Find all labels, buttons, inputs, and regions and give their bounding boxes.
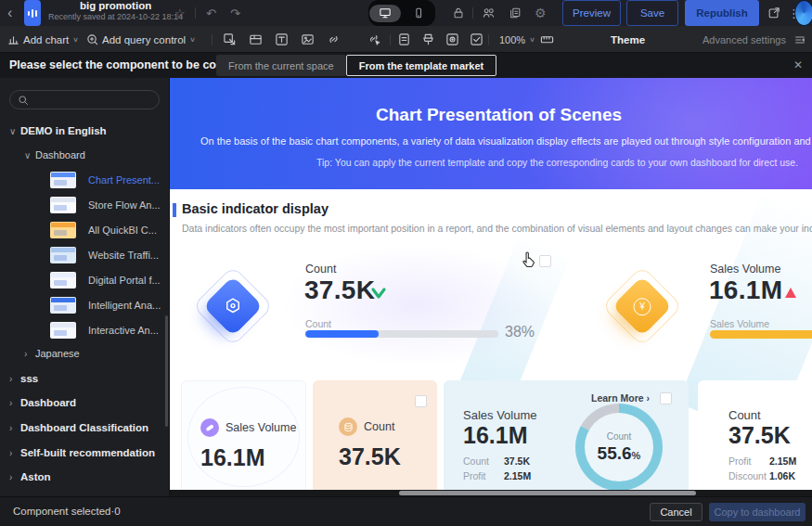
tab-container-icon[interactable] (249, 26, 263, 53)
horizontal-scrollbar[interactable] (170, 490, 812, 496)
add-query-label: Add query control (102, 34, 186, 45)
theme-tab[interactable]: Theme (611, 26, 645, 53)
tree-item-digital-portal[interactable]: Digital Portal f... (0, 271, 169, 289)
horizontal-scrollbar-thumb[interactable] (399, 491, 696, 495)
chevron-down-icon: ∨ (72, 36, 79, 44)
section-title: Basic indicator display (182, 201, 329, 216)
tree-item-interactive-analysis[interactable]: Interactive An... (0, 321, 169, 340)
chevron-right-icon: › (9, 423, 20, 433)
kpi-count-label: Count (305, 263, 336, 276)
tree-node-dashboard[interactable]: ∨ Dashboard (0, 146, 169, 164)
undo-icon[interactable]: ↶ (206, 0, 216, 26)
republish-button[interactable]: Republish (685, 0, 759, 26)
preview-button[interactable]: Preview (562, 0, 621, 26)
modal-title: Please select the component to be copied (9, 58, 240, 71)
tab-template-market[interactable]: From the template market (346, 55, 496, 76)
image-icon[interactable] (301, 26, 315, 53)
clipboard-icon[interactable] (397, 26, 411, 53)
selected-count: Component selected·0 (13, 506, 121, 517)
device-toggle[interactable] (368, 0, 435, 26)
tree-node-aston[interactable]: › Aston (0, 468, 169, 486)
tree-item-label: All QuickBI C... (88, 225, 157, 236)
desktop-icon[interactable] (369, 5, 401, 22)
star-icon[interactable]: ☆ (174, 0, 186, 26)
kpi-count-value: 37.5K (304, 276, 375, 305)
cancel-button[interactable]: Cancel (650, 503, 702, 521)
card-value: 37.5K (728, 422, 796, 449)
tree-item-chart-presentation[interactable]: Chart Present... (0, 171, 169, 189)
link-icon[interactable] (327, 26, 341, 53)
tree-item-website-traffic[interactable]: Website Traffi... (0, 246, 169, 264)
progress-count-label: Count (305, 318, 331, 329)
donut-unit: % (632, 450, 641, 461)
card-title: Count (728, 408, 796, 422)
search-input[interactable] (9, 90, 160, 109)
card-count-checkbox[interactable] (415, 395, 427, 407)
count-progress-percent: 38% (505, 324, 535, 340)
tree-node-self-built[interactable]: › Self-built recommendation (0, 443, 169, 462)
tab-current-space[interactable]: From the current space (216, 55, 346, 76)
watch-preview-icon[interactable] (445, 26, 459, 53)
back-icon[interactable]: ‹ (7, 0, 12, 26)
mobile-icon[interactable] (403, 5, 434, 22)
tree-label: Self-built recommendation (20, 447, 155, 458)
gear-icon[interactable]: ⚙ (535, 0, 547, 26)
tree-node-dashboard-root[interactable]: › Dashboard (0, 393, 169, 412)
cursor-pointer (521, 250, 538, 269)
tree-label: Aston (20, 471, 51, 482)
metric-name: Count (463, 455, 504, 467)
template-title: Chart Presentation of Scenes (376, 105, 622, 125)
tree-item-label: Intelligent Ana... (88, 300, 161, 311)
save-button[interactable]: Save (626, 0, 678, 26)
close-icon[interactable]: ✕ (793, 58, 803, 71)
zoom-level-dropdown[interactable]: 100% ∨ (499, 26, 535, 53)
collapse-panel-icon[interactable] (793, 26, 806, 53)
kpi-count-checkbox[interactable] (539, 255, 551, 267)
text-icon[interactable] (275, 26, 289, 53)
chevron-down-icon: ∨ (189, 36, 196, 44)
ruler-icon[interactable] (540, 26, 554, 53)
user-avatar[interactable] (794, 0, 812, 26)
pill-icon (200, 418, 219, 437)
tree-node-japanese[interactable]: › Japanese (0, 344, 169, 363)
tree-item-all-quickbi[interactable]: All QuickBI C... (0, 221, 169, 239)
card-count-detail[interactable]: Count 37.5K Profit 2.15M Discount 1.06K (698, 380, 812, 494)
trend-down-icon (369, 286, 388, 301)
tree-item-label: Store Flow An... (88, 199, 161, 211)
chevron-down-icon: ∨ (9, 126, 20, 136)
lock-icon[interactable] (452, 0, 465, 26)
metric-value: 2.15M (769, 455, 796, 467)
kpi-sales-label: Sales Volume (710, 263, 780, 276)
open-external-icon[interactable] (767, 0, 780, 26)
card-detail-checkbox[interactable] (660, 392, 672, 404)
advanced-settings-tab[interactable]: Advanced settings (702, 26, 786, 53)
link-settings-icon[interactable] (367, 26, 381, 53)
container-icon[interactable] (223, 26, 237, 53)
card-title: Sales Volume (463, 408, 537, 422)
tree-node-dashboard-classification[interactable]: › Dashboard Classification (0, 418, 169, 437)
card-sales-volume-simple[interactable]: Sales Volume 16.1M (181, 380, 306, 494)
collaboration-icon[interactable] (482, 0, 496, 26)
card-sales-volume-detail[interactable]: Learn More › Sales Volume 16.1M Count 37… (444, 380, 689, 494)
tree-node-demo[interactable]: ∨ DEMO in English (0, 122, 169, 140)
sidebar-scrollbar[interactable] (165, 315, 168, 427)
card-count-simple[interactable]: Count 37.5K (313, 380, 437, 494)
add-query-control-button[interactable]: Add query control ∨ (86, 26, 196, 53)
learn-more-link[interactable]: Learn More › (591, 392, 650, 404)
select-check-icon[interactable] (470, 26, 483, 53)
card-value: 16.1M (463, 422, 537, 449)
top-bar: ‹ big promotion Recently saved at 2024-1… (0, 0, 812, 26)
modal-header: Please select the component to be copied… (0, 53, 812, 78)
tree-item-store-flow[interactable]: Store Flow An... (0, 196, 169, 214)
divider (195, 7, 196, 19)
template-preview: Chart Presentation of Scenes On the basi… (170, 78, 812, 496)
theme-brush-icon[interactable] (421, 26, 435, 53)
copy-doc-icon[interactable] (509, 0, 522, 26)
redo-icon[interactable]: ↷ (230, 0, 240, 26)
tree-node-sss[interactable]: › sss (0, 369, 169, 388)
add-chart-button[interactable]: Add chart ∨ (7, 26, 79, 53)
theme-label: Theme (611, 34, 645, 45)
copy-to-dashboard-button[interactable]: Copy to dashboard (709, 503, 806, 521)
metric-value: 2.15M (504, 470, 531, 481)
tree-item-intelligent-analysis[interactable]: Intelligent Ana... (0, 296, 169, 314)
